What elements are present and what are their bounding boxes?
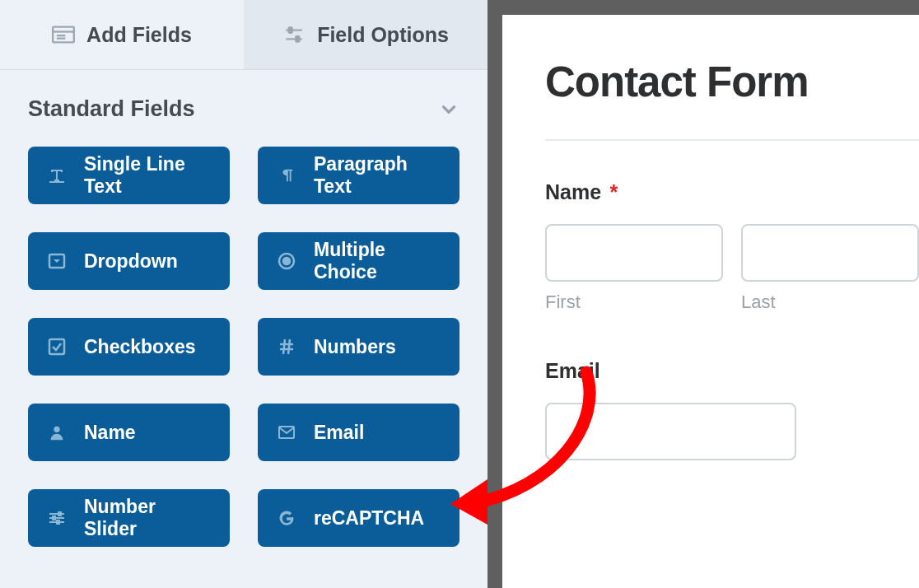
hash-icon: [276, 336, 297, 357]
section-title: Standard Fields: [28, 96, 195, 122]
email-field-group: Email: [545, 359, 919, 460]
last-name-input[interactable]: [741, 224, 919, 282]
svg-line-16: [288, 339, 290, 354]
field-label: Paragraph Text: [314, 153, 441, 198]
svg-rect-6: [289, 27, 292, 33]
preview-card: Contact Form Name * First Last Email: [502, 15, 919, 588]
field-numbers[interactable]: Numbers: [258, 318, 460, 376]
dropdown-icon: [46, 250, 68, 272]
field-label: Multiple Choice: [314, 239, 441, 283]
svg-rect-23: [53, 516, 55, 520]
field-single-line-text[interactable]: Single Line Text: [28, 147, 230, 204]
sliders-icon: [46, 507, 68, 529]
svg-rect-22: [58, 512, 61, 516]
envelope-icon: [276, 422, 297, 443]
field-name[interactable]: Name: [28, 404, 230, 461]
checkbox-icon: [46, 336, 68, 357]
chevron-down-icon: [438, 99, 460, 120]
preview-panel: Contact Form Name * First Last Email: [487, 0, 919, 588]
tab-add-fields[interactable]: Add Fields: [0, 0, 244, 69]
tabs: Add Fields Field Options: [0, 0, 487, 70]
fields-grid: Single Line Text Paragraph Text Dropdown: [0, 138, 487, 575]
svg-rect-8: [49, 181, 64, 183]
tab-label: Field Options: [317, 23, 449, 47]
field-label: Name: [84, 422, 136, 444]
svg-rect-12: [49, 339, 64, 354]
divider: [545, 139, 919, 141]
svg-line-15: [283, 339, 285, 354]
tab-label: Add Fields: [86, 23, 192, 47]
field-label: Dropdown: [84, 250, 178, 273]
user-icon: [46, 422, 68, 443]
radio-icon: [276, 250, 297, 272]
section-header[interactable]: Standard Fields: [0, 70, 487, 138]
field-number-slider[interactable]: Number Slider: [28, 489, 230, 547]
tab-field-options[interactable]: Field Options: [244, 0, 487, 69]
required-indicator: *: [610, 180, 618, 203]
fields-panel: Add Fields Field Options Standard Fields: [0, 0, 487, 588]
google-icon: [276, 507, 297, 529]
field-recaptcha[interactable]: reCAPTCHA: [258, 489, 460, 547]
field-label: reCAPTCHA: [314, 507, 424, 530]
field-label: Single Line Text: [84, 153, 212, 198]
email-input[interactable]: [545, 403, 796, 460]
name-label: Name: [545, 180, 601, 203]
name-field-group: Name * First Last: [545, 180, 919, 313]
field-label: Numbers: [314, 336, 396, 358]
field-label: Email: [314, 422, 364, 444]
first-sublabel: First: [545, 292, 723, 313]
field-label: Checkboxes: [84, 336, 196, 358]
svg-point-17: [54, 427, 59, 432]
sliders-icon: [282, 26, 306, 44]
email-label: Email: [545, 359, 600, 382]
svg-point-11: [283, 258, 290, 264]
field-email[interactable]: Email: [258, 404, 460, 461]
svg-rect-24: [57, 520, 59, 524]
form-icon: [52, 26, 75, 44]
text-icon: [46, 165, 68, 186]
field-label: Number Slider: [84, 496, 212, 540]
field-checkboxes[interactable]: Checkboxes: [28, 318, 230, 376]
first-name-input[interactable]: [545, 224, 723, 282]
svg-rect-7: [296, 36, 299, 41]
last-sublabel: Last: [741, 292, 919, 313]
field-dropdown[interactable]: Dropdown: [28, 232, 230, 290]
field-multiple-choice[interactable]: Multiple Choice: [258, 232, 460, 290]
name-inputs-row: First Last: [545, 224, 919, 313]
field-paragraph-text[interactable]: Paragraph Text: [258, 147, 460, 204]
page-title: Contact Form: [545, 58, 919, 106]
paragraph-icon: [276, 165, 297, 186]
